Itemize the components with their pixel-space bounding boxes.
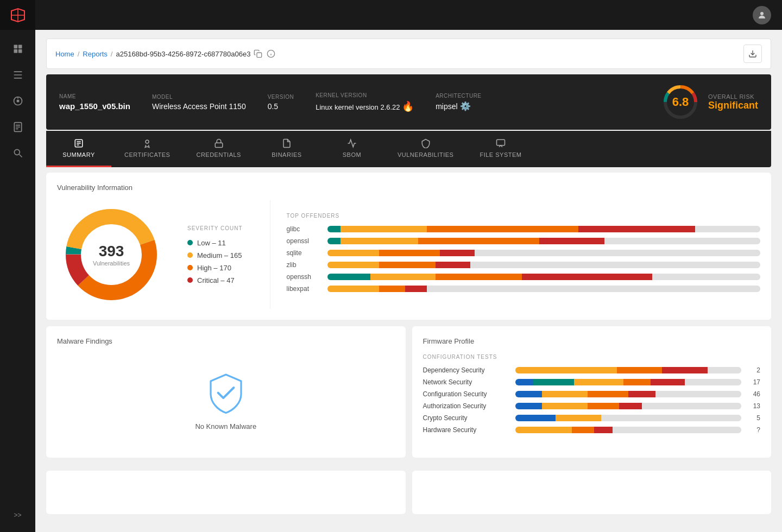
device-version-value: 0.5 [268, 102, 294, 111]
offender-name-zlib: zlib [287, 261, 322, 269]
offender-glibc: glibc [287, 225, 760, 233]
nav-search[interactable] [7, 142, 29, 164]
low-label: Low – 11 [197, 239, 226, 247]
app-logo[interactable] [0, 0, 35, 30]
device-arch-label: ARCHITECTURE [436, 93, 481, 99]
shield-icon [204, 370, 248, 416]
placeholder-card-right [412, 471, 772, 514]
device-header: NAME wap_1550_v05.bin MODEL Wireless Acc… [46, 74, 771, 130]
svg-point-33 [146, 140, 149, 143]
svg-point-10 [16, 100, 19, 103]
nav-scan[interactable] [7, 90, 29, 112]
user-avatar[interactable] [753, 6, 771, 24]
vuln-section: 393 Vulnerabilities SEVERITY COUNT Low –… [57, 200, 760, 309]
svg-line-17 [19, 155, 22, 157]
high-dot [187, 265, 193, 270]
breadcrumb-reports[interactable]: Reports [83, 50, 108, 58]
severity-count-label: SEVERITY COUNT [187, 225, 243, 231]
critical-dot [187, 277, 193, 283]
tab-sbom[interactable]: SBOM [319, 131, 384, 167]
download-button[interactable] [743, 45, 762, 63]
tab-filesystem[interactable]: FILE SYSTEM [466, 131, 534, 167]
nav-dashboard[interactable] [7, 38, 29, 60]
vuln-title: Vulnerability Information [57, 183, 760, 192]
risk-label-value: Significant [708, 100, 758, 111]
malware-status-text: No Known Malware [195, 422, 256, 430]
config-configuration-label: Configuration Security [423, 390, 510, 398]
device-name-field: NAME wap_1550_v05.bin [59, 93, 130, 111]
malware-card: Malware Findings No Known Malware [46, 326, 406, 458]
tab-certificates[interactable]: CERTIFICATES [111, 131, 183, 167]
svg-rect-8 [14, 78, 22, 79]
config-authorization-label: Authorization Security [423, 402, 510, 410]
filesystem-icon [496, 138, 506, 148]
offender-name-openssh: openssh [287, 273, 322, 281]
offender-name-openssl: openssl [287, 237, 322, 245]
binaries-icon [282, 138, 292, 148]
offender-name-glibc: glibc [287, 225, 322, 233]
config-count-hardware: ? [747, 426, 760, 434]
tab-binaries[interactable]: BINARIES [254, 131, 319, 167]
device-model-value: Wireless Access Point 1150 [152, 102, 246, 111]
offender-libexpat: libexpat [287, 285, 760, 293]
legend-high: High – 170 [187, 264, 243, 272]
nav-list[interactable] [7, 64, 29, 86]
offender-sqlite: sqlite [287, 249, 760, 257]
tab-credentials[interactable]: CREDENTIALS [183, 131, 254, 167]
copy-icon[interactable] [254, 49, 262, 58]
top-offenders: TOP OFFENDERS glibc openssl [287, 213, 760, 297]
bar-crit [578, 226, 695, 232]
top-bar [35, 0, 782, 30]
breadcrumb-report-id: a25168bd-95b3-4256-8972-c687780a06e3 [116, 50, 250, 58]
offender-bar-zlib [327, 262, 760, 268]
bar-med [340, 226, 427, 232]
svg-point-18 [760, 12, 764, 15]
donut-chart: 393 Vulnerabilities [57, 200, 166, 309]
high-label: High – 170 [197, 264, 231, 272]
config-tests-label: CONFIGURATION TESTS [423, 354, 761, 360]
svg-rect-2 [14, 45, 17, 49]
svg-rect-3 [18, 45, 22, 49]
vuln-total-number: 393 [93, 243, 130, 260]
config-row-hardware: Hardware Security ? [423, 426, 761, 434]
config-bar-crypto [515, 415, 742, 421]
medium-label: Medium – 165 [197, 251, 242, 259]
risk-label-container: OVERALL RISK Significant [708, 93, 758, 111]
breadcrumb: Home / Reports / a25168bd-95b3-4256-8972… [55, 49, 275, 58]
nav-reports[interactable] [7, 116, 29, 138]
device-kernel-field: KERNEL VERSION Linux kernel version 2.6.… [316, 92, 414, 112]
vertical-divider [270, 200, 270, 309]
main-content: Home / Reports / a25168bd-95b3-4256-8972… [35, 0, 782, 532]
offender-openssh: openssh [287, 273, 760, 281]
left-navigation: >> [0, 0, 35, 532]
breadcrumb-bar: Home / Reports / a25168bd-95b3-4256-8972… [46, 39, 771, 69]
tab-vulnerabilities[interactable]: VULNERABILITIES [384, 131, 466, 167]
credentials-icon [214, 138, 224, 148]
device-kernel-value: Linux kernel version 2.6.22 🔥 [316, 100, 414, 112]
firmware-card: Firmware Profile CONFIGURATION TESTS Dep… [412, 326, 772, 458]
device-model-label: MODEL [152, 94, 246, 100]
config-bar-configuration [515, 391, 742, 397]
config-row-authorization: Authorization Security 13 [423, 402, 761, 410]
config-bar-authorization [515, 403, 742, 409]
device-version-label: VERSION [268, 94, 294, 100]
svg-rect-35 [496, 140, 504, 145]
firmware-title: Firmware Profile [423, 337, 761, 345]
info-icon[interactable] [267, 49, 275, 58]
device-name-label: NAME [59, 93, 130, 99]
breadcrumb-home[interactable]: Home [55, 50, 74, 58]
nav-expand-button[interactable]: >> [7, 507, 29, 523]
config-count-crypto: 5 [747, 414, 760, 422]
offender-zlib: zlib [287, 261, 760, 269]
svg-rect-14 [15, 126, 20, 128]
svg-rect-5 [18, 49, 22, 53]
critical-label: Critical – 47 [197, 276, 235, 284]
medium-dot [187, 252, 193, 258]
bar-low [327, 226, 340, 232]
risk-container: 6.8 OVERALL RISK Significant [661, 83, 758, 121]
tab-summary[interactable]: SUMMARY [46, 131, 111, 167]
device-kernel-label: KERNEL VERSION [316, 92, 414, 98]
overall-risk-label: OVERALL RISK [708, 93, 758, 100]
device-arch-field: ARCHITECTURE mipsel ⚙️ [436, 93, 481, 111]
svg-rect-13 [15, 125, 20, 126]
